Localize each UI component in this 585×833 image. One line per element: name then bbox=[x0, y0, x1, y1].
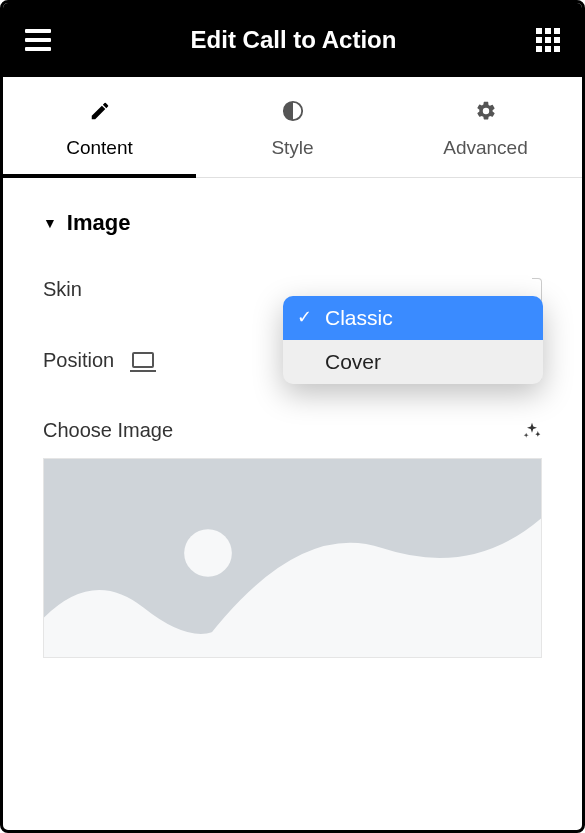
svg-point-7 bbox=[184, 529, 232, 577]
apps-button[interactable] bbox=[536, 28, 560, 52]
image-placeholder-icon bbox=[44, 459, 541, 657]
ai-sparkle-button[interactable] bbox=[522, 421, 542, 441]
caret-down-icon: ▼ bbox=[43, 215, 57, 231]
skin-dropdown: Classic Cover bbox=[283, 296, 543, 384]
section-title: Image bbox=[67, 210, 131, 236]
contrast-icon bbox=[281, 99, 305, 123]
skin-label: Skin bbox=[43, 278, 82, 301]
choose-image-label: Choose Image bbox=[43, 419, 173, 442]
gear-icon bbox=[474, 99, 498, 123]
section-image-toggle[interactable]: ▼ Image bbox=[43, 210, 542, 236]
position-label: Position bbox=[43, 349, 114, 372]
tabs: Content Style Advanced bbox=[3, 77, 582, 178]
tab-advanced[interactable]: Advanced bbox=[389, 77, 582, 177]
image-placeholder[interactable] bbox=[43, 458, 542, 658]
menu-button[interactable] bbox=[25, 29, 51, 51]
tab-style[interactable]: Style bbox=[196, 77, 389, 177]
page-title: Edit Call to Action bbox=[191, 26, 397, 54]
skin-option-cover[interactable]: Cover bbox=[283, 340, 543, 384]
skin-option-classic[interactable]: Classic bbox=[283, 296, 543, 340]
tab-content[interactable]: Content bbox=[3, 77, 196, 177]
desktop-icon[interactable] bbox=[132, 352, 154, 368]
tab-label: Content bbox=[66, 137, 133, 159]
pencil-icon bbox=[88, 99, 112, 123]
tab-label: Advanced bbox=[443, 137, 528, 159]
sparkle-icon bbox=[522, 421, 542, 441]
tab-label: Style bbox=[271, 137, 313, 159]
